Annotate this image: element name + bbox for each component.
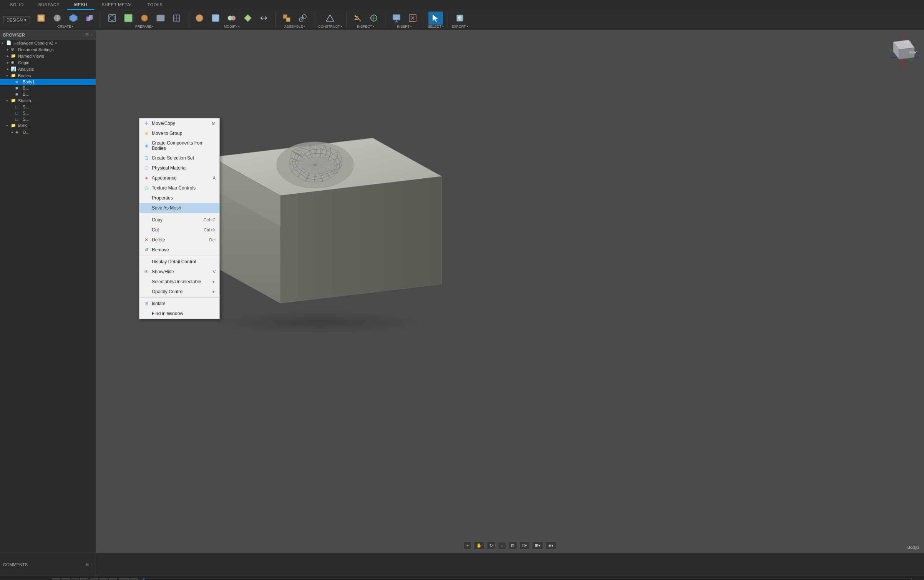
- vp-home-btn[interactable]: ⌖: [464, 542, 471, 550]
- insert-label[interactable]: INSERT ▾: [397, 25, 412, 28]
- tree-item-body2[interactable]: ■ B...: [0, 85, 96, 91]
- tree-item-sketches[interactable]: ▾ 📁 Sketch...: [0, 97, 96, 104]
- timeline-rewind-btn[interactable]: ◄◄: [3, 578, 15, 580]
- tree-item-sketch3[interactable]: □ S...: [0, 116, 96, 122]
- timeline-comp-btn[interactable]: ⊟: [80, 578, 88, 580]
- tree-item-root[interactable]: ▾ 📄 Helloween Candle v2 ●: [0, 40, 96, 46]
- vp-zoom-btn[interactable]: ⌕: [498, 542, 506, 550]
- design-dropdown[interactable]: DESIGN ▾: [3, 16, 30, 24]
- timeline-track[interactable]: [143, 578, 912, 580]
- prepare-label[interactable]: PREPARE ▾: [135, 25, 154, 28]
- tree-item-body1[interactable]: ■ Body1: [0, 79, 96, 85]
- browser-pin-icon[interactable]: ⊞: [85, 32, 89, 37]
- tree-item-make[interactable]: ▾ 📁 MAK...: [0, 122, 96, 129]
- tab-tools[interactable]: TOOLS: [141, 0, 170, 10]
- modify-btn-4[interactable]: [241, 12, 255, 25]
- tab-mesh[interactable]: MESH: [67, 0, 94, 10]
- tree-item-doc-settings[interactable]: ► ⚙ Document Settings: [0, 46, 96, 53]
- tree-item-sketch2[interactable]: □ S...: [0, 110, 96, 116]
- timeline-anim-btn[interactable]: ◻: [130, 578, 138, 580]
- ctx-properties[interactable]: Properties: [139, 193, 219, 203]
- ctx-appearance[interactable]: ● Appearance A: [139, 173, 219, 183]
- modify-btn-2[interactable]: [208, 12, 223, 25]
- ctx-move-copy[interactable]: ✛ Move/Copy M: [139, 118, 219, 128]
- assemble-btn-1[interactable]: [279, 12, 294, 25]
- prepare-btn-3[interactable]: [137, 12, 152, 25]
- create-label[interactable]: CREATE ▾: [57, 25, 73, 28]
- tab-solid[interactable]: SOLID: [3, 0, 31, 10]
- timeline-display-btn[interactable]: ⊞: [52, 578, 60, 580]
- create-btn-2[interactable]: [50, 12, 65, 25]
- assemble-btn-2[interactable]: [295, 12, 310, 25]
- tree-item-comp1[interactable]: ► ◈ O...: [0, 129, 96, 135]
- prepare-btn-1[interactable]: [105, 12, 119, 25]
- prepare-btn-2[interactable]: [121, 12, 136, 25]
- ctx-isolate[interactable]: ⊞ Isolate: [139, 299, 219, 309]
- modify-btn-5[interactable]: [257, 12, 271, 25]
- vp-grid-btn[interactable]: ⊞▾: [532, 542, 543, 550]
- assemble-label[interactable]: ASSEMBLE ▾: [284, 25, 305, 28]
- ctx-remove[interactable]: ↺ Remove: [139, 245, 219, 255]
- tab-sheet-metal[interactable]: SHEET METAL: [95, 0, 140, 10]
- tree-item-sketch1[interactable]: □ S...: [0, 104, 96, 110]
- ctx-opacity[interactable]: Opacity Control ►: [139, 287, 219, 297]
- construct-label[interactable]: CONSTRUCT ▾: [318, 25, 342, 28]
- construct-btn-1[interactable]: [323, 12, 337, 25]
- ctx-display-detail[interactable]: Display Detail Control: [139, 257, 219, 267]
- tree-item-named-views[interactable]: ► 📁 Named Views: [0, 53, 96, 59]
- timeline-camera-btn[interactable]: 📷: [119, 578, 129, 580]
- prepare-btn-5[interactable]: [169, 12, 184, 25]
- vp-orbit-btn[interactable]: ↻: [487, 542, 496, 550]
- modify-label[interactable]: MODIFY ▾: [224, 25, 240, 28]
- vp-pan-btn[interactable]: ✋: [474, 542, 484, 550]
- insert-btn-2[interactable]: [405, 12, 420, 25]
- viewcube[interactable]: RIGHT BACK Y X: [886, 34, 920, 69]
- create-btn-1[interactable]: [34, 12, 48, 25]
- inspect-btn-1[interactable]: [350, 12, 365, 25]
- ctx-find-window[interactable]: Find in Window: [139, 309, 219, 319]
- create-btn-3[interactable]: [66, 12, 81, 25]
- select-btn-1[interactable]: [428, 12, 443, 25]
- timeline-joint-btn[interactable]: ⊕: [90, 578, 98, 580]
- modify-btn-1[interactable]: [192, 12, 207, 25]
- inspect-btn-2[interactable]: [367, 12, 381, 25]
- modify-btn-3[interactable]: [224, 12, 239, 25]
- tab-surface[interactable]: SURFACE: [32, 0, 66, 10]
- ctx-show-hide[interactable]: 👁 Show/Hide V: [139, 267, 219, 277]
- timeline-explode-btn[interactable]: ⊡: [109, 578, 117, 580]
- timeline-settings-icon[interactable]: ⊕: [916, 579, 921, 580]
- browser-close-icon[interactable]: ›: [91, 32, 93, 37]
- timeline-forward-btn[interactable]: ►►: [35, 578, 48, 580]
- timeline-model-btn[interactable]: ◧: [61, 578, 70, 580]
- ctx-move-group[interactable]: ⊞ Move to Group: [139, 128, 219, 138]
- comments-pin-icon[interactable]: ⊞: [85, 562, 89, 567]
- tree-item-bodies[interactable]: ▾ 📁 Bodies: [0, 72, 96, 79]
- ctx-save-as-mesh[interactable]: Save As Mesh: [139, 203, 219, 213]
- timeline-sketch-btn[interactable]: □: [71, 578, 79, 580]
- ctx-copy[interactable]: Copy Ctrl+C: [139, 215, 219, 225]
- export-btn-1[interactable]: [453, 12, 467, 25]
- vp-display-btn[interactable]: □▾: [519, 542, 530, 550]
- select-label[interactable]: SELECT ▾: [428, 25, 444, 28]
- tree-item-origin[interactable]: ► ⊕ Origin: [0, 59, 96, 66]
- ctx-delete[interactable]: ✕ Delete Del: [139, 235, 219, 245]
- viewport[interactable]: RIGHT BACK Y X ✛ Move/Copy M ⊞ Move to G…: [96, 30, 924, 553]
- tree-item-body3[interactable]: ■ B...: [0, 91, 96, 97]
- comments-expand-icon[interactable]: ›: [91, 562, 93, 567]
- timeline-prev-btn[interactable]: ◄: [17, 578, 25, 580]
- ctx-cut[interactable]: Cut Ctrl+X: [139, 225, 219, 235]
- timeline-play-btn[interactable]: ►: [26, 578, 34, 580]
- vp-zoom-fit-btn[interactable]: ⊡: [508, 542, 517, 550]
- ctx-create-components[interactable]: ◈ Create Components from Bodies: [139, 138, 219, 153]
- ctx-create-selection[interactable]: ⊡ Create Selection Set: [139, 153, 219, 163]
- ctx-selectable[interactable]: Selectable/Unselectable ►: [139, 277, 219, 287]
- vp-visual-btn[interactable]: ◈▾: [546, 542, 556, 550]
- timeline-group-btn[interactable]: ⊞: [100, 578, 108, 580]
- ctx-texture-map[interactable]: ◎ Texture Map Controls: [139, 183, 219, 193]
- insert-btn-1[interactable]: [389, 12, 404, 25]
- export-label[interactable]: EXPORT ▾: [452, 25, 468, 28]
- prepare-btn-4[interactable]: [153, 12, 168, 25]
- tree-item-analysis[interactable]: ► 📊 Analysis: [0, 66, 96, 72]
- inspect-label[interactable]: INSPECT ▾: [357, 25, 374, 28]
- create-btn-4[interactable]: [82, 12, 97, 25]
